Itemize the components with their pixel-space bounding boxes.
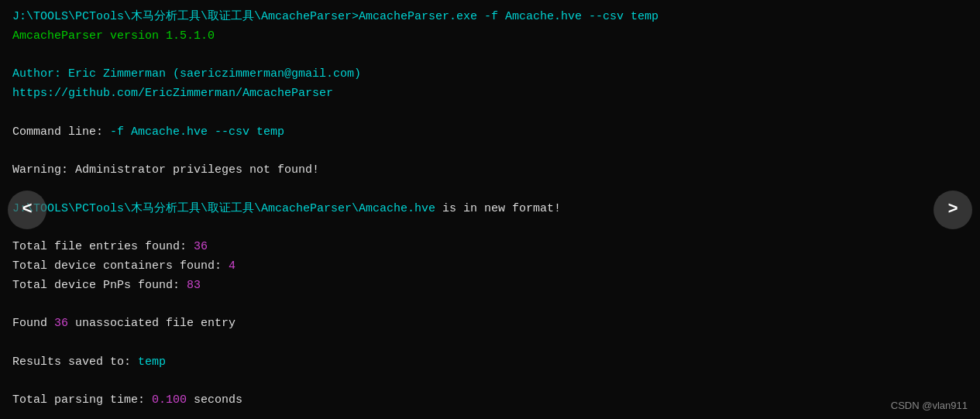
terminal-segment: seconds [187,393,242,407]
terminal-line-github: https://github.com/EricZimmerman/Amcache… [12,84,968,104]
terminal-segment: Total parsing time: [12,393,152,407]
terminal-line-warning: Warning: Administrator privileges not fo… [12,161,968,180]
terminal-segment: Total device containers found: [12,259,229,273]
terminal-line-empty6 [12,295,968,314]
terminal-segment: J:\TOOLS\PCTools\木马分析工具\取证工具\AmcachePars… [12,202,435,215]
left-arrow-icon: < [22,200,32,219]
terminal-segment: 83 [187,279,201,292]
terminal-segment: https://github.com/EricZimmerman/Amcache… [12,87,333,100]
terminal-window: J:\TOOLS\PCTools\木马分析工具\取证工具\AmcachePars… [0,0,980,419]
terminal-segment: Total file entries found: [12,240,194,253]
terminal-line-empty4 [12,180,968,200]
terminal-line-empty1 [12,46,968,66]
terminal-segment: Warning: Administrator privileges not fo… [12,163,319,177]
terminal-line-cmd-path: J:\TOOLS\PCTools\木马分析工具\取证工具\AmcachePars… [12,8,968,27]
terminal-segment: temp [138,355,166,369]
terminal-line-author: Author: Eric Zimmerman (saericzimmerman@… [12,65,968,84]
terminal-line-file-entries: Total file entries found: 36 [12,238,968,257]
right-arrow-icon: > [947,200,958,219]
terminal-line-version: AmcacheParser version 1.5.1.0 [12,27,968,46]
terminal-line-new-format: J:\TOOLS\PCTools\木马分析工具\取证工具\AmcachePars… [12,200,968,219]
terminal-line-cmdline: Command line: -f Amcache.hve --csv temp [12,123,968,143]
terminal-line-empty5 [12,218,968,238]
terminal-line-empty3 [12,142,968,161]
terminal-line-device-containers: Total device containers found: 4 [12,257,968,276]
terminal-content: J:\TOOLS\PCTools\木马分析工具\取证工具\AmcachePars… [12,8,968,410]
next-arrow[interactable]: > [934,191,972,229]
terminal-segment: Found [12,317,54,330]
terminal-line-found-unassoc: Found 36 unassociated file entry [12,314,968,334]
terminal-segment: Author: Eric Zimmerman (saericzimmerman@… [12,67,361,81]
terminal-line-empty8 [12,372,968,391]
terminal-line-parsing-time: Total parsing time: 0.100 seconds [12,391,968,410]
terminal-segment: Command line: [12,125,110,139]
terminal-segment: unassociated file entry [68,317,236,330]
terminal-segment: Total device PnPs found: [12,279,187,292]
terminal-segment: 36 [54,317,68,330]
terminal-line-results-saved: Results saved to: temp [12,353,968,373]
terminal-segment: 0.100 [152,393,187,407]
terminal-segment: 36 [194,240,208,253]
terminal-segment: is in new format! [435,202,561,215]
terminal-segment: AmcacheParser version 1.5.1.0 [12,29,215,43]
terminal-line-empty7 [12,334,968,353]
prev-arrow[interactable]: < [8,191,46,229]
terminal-segment: 4 [229,259,236,273]
terminal-segment: Results saved to: [12,355,138,369]
terminal-segment: -f Amcache.hve --csv temp [110,125,284,139]
terminal-segment: J:\TOOLS\PCTools\木马分析工具\取证工具\AmcachePars… [12,10,658,23]
terminal-line-device-pnps: Total device PnPs found: 83 [12,276,968,296]
watermark: CSDN @vlan911 [891,400,968,411]
terminal-line-empty2 [12,104,968,123]
